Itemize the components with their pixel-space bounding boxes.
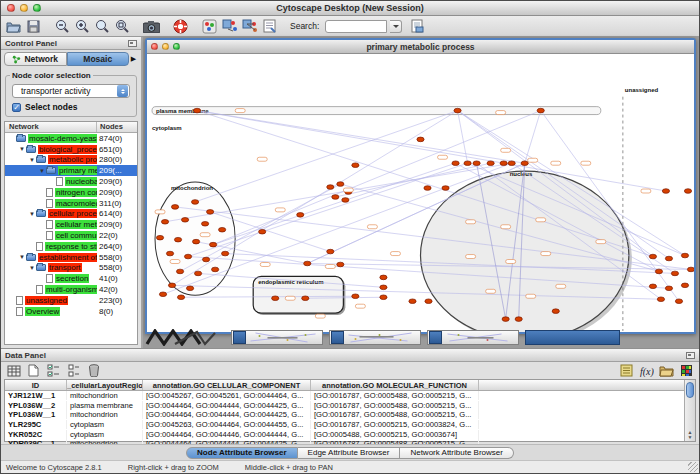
tab-edge-attribute-browser[interactable]: Edge Attribute Browser xyxy=(298,447,401,459)
graph-node[interactable] xyxy=(537,108,544,113)
tab-network-attribute-browser[interactable]: Network Attribute Browser xyxy=(400,447,513,459)
node-label-pill[interactable] xyxy=(155,210,165,214)
graph-node[interactable] xyxy=(681,283,688,288)
graph-node[interactable] xyxy=(500,161,507,166)
minimized-network-window-selected[interactable] xyxy=(525,330,620,345)
graph-node[interactable] xyxy=(352,294,359,299)
column-header-region[interactable]: _cellularLayoutRegion xyxy=(67,380,143,390)
nucleus-region[interactable] xyxy=(421,171,629,332)
mitochondrion-region[interactable] xyxy=(155,182,235,295)
tree-row-metabolic-process[interactable]: ▼metabolic process280(0) xyxy=(5,155,137,166)
disclosure-triangle[interactable]: ▼ xyxy=(28,211,36,217)
node-label-pill[interactable] xyxy=(526,294,536,298)
graph-node[interactable] xyxy=(380,295,387,300)
graph-node[interactable] xyxy=(649,254,656,259)
graph-node[interactable] xyxy=(452,161,459,166)
window-titlebar[interactable]: Cytoscape Desktop (New Session) xyxy=(1,1,699,16)
node-label-pill[interactable] xyxy=(275,208,285,212)
minimized-network-window[interactable] xyxy=(231,330,323,345)
graph-node[interactable] xyxy=(186,286,193,291)
resize-grip[interactable] xyxy=(688,462,698,472)
graph-node[interactable] xyxy=(210,242,217,247)
tree-row-cell-communicat[interactable]: cell communicat22(0) xyxy=(5,230,137,241)
graph-node[interactable] xyxy=(649,284,656,289)
background-window-fragment[interactable] xyxy=(145,329,225,346)
graph-node[interactable] xyxy=(425,299,432,304)
graph-node[interactable] xyxy=(409,299,416,304)
graph-node[interactable] xyxy=(272,296,279,301)
node-label-pill[interactable] xyxy=(641,189,651,193)
column-header-molecular-function[interactable]: annotation.GO MOLECULAR_FUNCTION xyxy=(311,380,479,390)
node-label-pill[interactable] xyxy=(355,304,365,308)
node-label-pill[interactable] xyxy=(556,284,566,288)
graph-node[interactable] xyxy=(424,186,431,191)
network-canvas[interactable]: plasma membrane cytoplasm mitochondrion … xyxy=(147,54,694,332)
zoom-fit-icon[interactable] xyxy=(114,18,131,35)
unselect-attributes-icon[interactable] xyxy=(65,362,82,379)
help-icon[interactable] xyxy=(172,18,189,35)
node-label-pill[interactable] xyxy=(235,109,245,113)
table-row[interactable]: YLR295Ccytoplasm[GO:0045263, GO:0044464,… xyxy=(5,420,684,430)
graph-node[interactable] xyxy=(352,163,359,168)
graph-node[interactable] xyxy=(212,267,219,272)
graph-node[interactable] xyxy=(184,254,191,259)
graph-node[interactable] xyxy=(487,161,494,166)
attribute-table-icon[interactable] xyxy=(5,362,22,379)
formula-builder-icon[interactable]: f(x) xyxy=(638,362,655,379)
graph-node[interactable] xyxy=(473,161,480,166)
graph-edge[interactable] xyxy=(197,111,666,191)
graph-node[interactable] xyxy=(156,235,163,240)
graph-node[interactable] xyxy=(342,198,349,203)
graph-node[interactable] xyxy=(515,317,522,322)
attribute-batch-icon[interactable] xyxy=(618,362,635,379)
disclosure-triangle[interactable]: ▼ xyxy=(18,254,26,260)
layout-nodes-icon[interactable] xyxy=(221,18,238,35)
graph-node[interactable] xyxy=(552,309,559,314)
select-attributes-icon[interactable] xyxy=(45,362,62,379)
float-panel-icon[interactable] xyxy=(686,352,695,359)
tree-row-response-to-stimulu[interactable]: response to stimulu264(0) xyxy=(5,241,137,252)
scrollbar-thumb[interactable] xyxy=(686,382,694,398)
layout-edges-icon[interactable] xyxy=(241,18,258,35)
node-label-pill[interactable] xyxy=(343,188,353,192)
graph-node[interactable] xyxy=(337,182,344,187)
node-label-pill[interactable] xyxy=(257,157,267,161)
column-header-cellular-component[interactable]: annotation.GO CELLULAR_COMPONENT xyxy=(143,380,311,390)
tree-row-nucleobase-[interactable]: nucleobase-209(0) xyxy=(5,176,137,187)
tree-row-biological-process[interactable]: ▼biological_process651(0) xyxy=(5,144,137,155)
graph-node[interactable] xyxy=(181,218,188,223)
minimized-network-window[interactable] xyxy=(427,330,519,345)
tree-row-cellular-metabo[interactable]: cellular metabo209(0) xyxy=(5,219,137,230)
column-header-id[interactable]: ID xyxy=(5,380,67,390)
graph-node[interactable] xyxy=(687,267,694,272)
vizmapper-icon[interactable] xyxy=(201,18,218,35)
node-label-pill[interactable] xyxy=(501,225,511,229)
tree-row-secretion[interactable]: secretion41(0) xyxy=(5,273,137,284)
node-label-pill[interactable] xyxy=(367,225,377,229)
tab-network[interactable]: Network xyxy=(4,52,67,66)
graph-node[interactable] xyxy=(171,205,178,210)
scrollbar-arrows-icon[interactable]: ▲▼ xyxy=(688,430,693,441)
new-attribute-icon[interactable] xyxy=(25,362,42,379)
graph-node[interactable] xyxy=(665,256,672,261)
node-color-dropdown[interactable]: transporter activity xyxy=(12,84,130,98)
graph-node[interactable] xyxy=(502,317,509,322)
table-row[interactable]: YPL036W__1mitochondrion[GO:0044464, GO:0… xyxy=(5,410,684,420)
node-label-pill[interactable] xyxy=(285,296,295,300)
node-label-pill[interactable] xyxy=(541,252,551,256)
graph-node[interactable] xyxy=(380,275,387,280)
zoom-selected-icon[interactable] xyxy=(94,18,111,35)
graph-node[interactable] xyxy=(684,189,691,194)
graph-edge[interactable] xyxy=(525,111,541,164)
search-input[interactable] xyxy=(325,20,387,33)
node-label-pill[interactable] xyxy=(390,252,400,256)
matrix-icon[interactable] xyxy=(678,362,695,379)
tree-row-transport[interactable]: ▼transport558(0) xyxy=(5,263,137,274)
graph-node[interactable] xyxy=(417,137,424,142)
table-scrollbar[interactable]: ▲▼ xyxy=(684,380,695,441)
tree-row-nitrogen-compo[interactable]: nitrogen compo209(0) xyxy=(5,187,137,198)
import-attributes-icon[interactable] xyxy=(658,362,675,379)
tree-row-cellular-process[interactable]: ▼cellular process614(0) xyxy=(5,209,137,220)
graph-node[interactable] xyxy=(177,295,184,300)
node-label-pill[interactable] xyxy=(536,218,546,222)
